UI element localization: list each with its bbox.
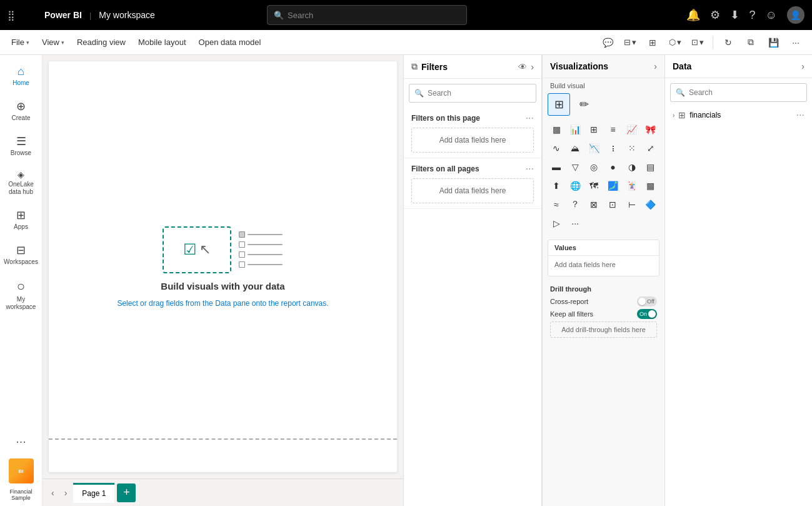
reading-view-menu[interactable]: Reading view xyxy=(72,35,131,49)
grid-icon[interactable]: ⣿ xyxy=(8,9,15,21)
viz-ribbon-btn[interactable]: 🎀 xyxy=(642,121,659,138)
viz-column-chart-btn[interactable]: 📊 xyxy=(566,121,584,138)
viz-line-chart-btn[interactable]: 📈 xyxy=(623,121,641,138)
keep-filters-toggle-on[interactable]: On xyxy=(637,309,657,319)
save-icon[interactable]: 💾 xyxy=(763,33,783,53)
page-tab-1[interactable]: Page 1 xyxy=(73,483,114,503)
viz-gauge-btn[interactable]: ◑ xyxy=(623,158,641,176)
filters-search-box[interactable]: 🔍 xyxy=(409,84,536,103)
table-icon[interactable]: ⊞ xyxy=(643,33,663,53)
sidebar-item-label: Workspaces xyxy=(4,258,38,266)
viz-treemap-btn[interactable]: ⊡ xyxy=(604,196,621,213)
data-table-more-icon[interactable]: ··· xyxy=(796,109,804,121)
text-box-btn[interactable]: ⊟▾ xyxy=(620,33,640,53)
canvas-content[interactable]: ☑ ↖ Build visuals with your data Select … xyxy=(49,61,397,472)
viz-pie-btn[interactable]: ● xyxy=(604,158,621,176)
viz-mountain-btn[interactable]: ⛰ xyxy=(566,139,584,157)
filters-visibility-icon[interactable]: 👁 xyxy=(518,62,527,72)
more-icon[interactable]: ··· xyxy=(786,33,806,53)
feedback-icon[interactable]: ☺ xyxy=(766,9,777,22)
viz-combo-btn[interactable]: ⤢ xyxy=(642,139,659,157)
viz-more-btn[interactable]: ··· xyxy=(566,215,584,232)
viz-card-btn[interactable]: 🃏 xyxy=(623,177,641,195)
viz-slicer-btn[interactable]: ≈ xyxy=(548,196,565,213)
sidebar-item-browse[interactable]: ☰ Browse xyxy=(3,129,40,162)
data-search-box[interactable]: 🔍 xyxy=(670,83,807,102)
global-search-input[interactable] xyxy=(288,11,460,20)
viz-funnel-btn[interactable]: ▽ xyxy=(566,158,584,176)
viz-type-format-btn[interactable]: ✏ xyxy=(573,93,595,116)
help-icon[interactable]: ? xyxy=(749,9,756,22)
data-table-row[interactable]: › ⊞ financials ··· xyxy=(665,107,812,123)
viz-smartnarrative-btn[interactable]: ⊠ xyxy=(585,196,603,213)
viz-line-area-btn[interactable]: 📉 xyxy=(585,139,603,157)
viz-table-btn[interactable]: ⊞ xyxy=(585,121,603,138)
viz-area-chart-btn[interactable]: ∿ xyxy=(548,139,565,157)
sidebar-item-create[interactable]: ⊕ Create xyxy=(3,94,40,127)
settings-icon[interactable]: ⚙ xyxy=(710,8,720,22)
sidebar-item-apps[interactable]: ⊞ Apps xyxy=(3,203,40,236)
sidebar-item-onelake[interactable]: ◈ OneLake data hub xyxy=(3,164,40,201)
data-panel-expand-icon[interactable]: › xyxy=(801,61,804,71)
viz-matrix-btn[interactable]: ▤ xyxy=(642,158,659,176)
page-bar: ‹ › Page 1 + xyxy=(43,478,403,506)
filters-on-this-page-drop[interactable]: Add data fields here xyxy=(411,128,534,153)
sidebar-item-home[interactable]: ⌂ Home xyxy=(3,60,40,92)
cross-report-toggle[interactable]: Off xyxy=(637,296,657,306)
open-data-model-menu[interactable]: Open data model xyxy=(194,35,266,49)
file-menu[interactable]: File ▾ xyxy=(6,35,34,49)
sidebar-item-myworkspace[interactable]: ○ My workspace xyxy=(3,273,40,316)
account-avatar[interactable]: 👤 xyxy=(787,6,804,24)
filters-search-input[interactable] xyxy=(428,89,531,98)
canvas-placeholder: ☑ ↖ Build visuals with your data Select … xyxy=(117,226,328,308)
viz-waterfall-btn[interactable]: ⫶ xyxy=(604,139,621,157)
viz-donut-btn[interactable]: ◎ xyxy=(585,158,603,176)
filters-section-more-icon[interactable]: ··· xyxy=(526,113,534,124)
viz-stacked-bar-btn[interactable]: ≡ xyxy=(604,121,621,138)
filters-on-all-pages-drop[interactable]: Add data fields here xyxy=(411,178,534,203)
refresh-icon[interactable]: ↻ xyxy=(718,33,738,53)
download-icon[interactable]: ⬇ xyxy=(730,8,739,22)
viz-kpi-btn[interactable]: ⬆ xyxy=(548,177,565,195)
filters-expand-icon[interactable]: › xyxy=(531,62,534,72)
viz-drill-drop-zone[interactable]: Add drill-through fields here xyxy=(550,321,657,338)
sidebar-item-workspaces[interactable]: ⊟ Workspaces xyxy=(3,238,40,271)
viz-multicard-btn[interactable]: ▦ xyxy=(642,177,659,195)
view-menu[interactable]: View ▾ xyxy=(37,35,69,49)
notifications-icon[interactable]: 🔔 xyxy=(686,8,700,22)
viz-qna-btn[interactable]: ？ xyxy=(566,196,584,213)
data-panel: Data › 🔍 › ⊞ financials ··· xyxy=(664,55,812,506)
viz-pbi-btn[interactable]: 🔷 xyxy=(642,196,659,213)
financial-sample-icon[interactable]: BI xyxy=(9,458,34,483)
viz-values-drop-zone[interactable]: Add data fields here xyxy=(548,256,659,276)
mobile-layout-menu[interactable]: Mobile layout xyxy=(133,35,191,49)
viz-decomptree-btn[interactable]: ⊢ xyxy=(623,196,641,213)
viz-type-table-btn[interactable]: ⊞ xyxy=(548,93,570,116)
visualizations-expand-icon[interactable]: › xyxy=(654,61,657,71)
shape-btn[interactable]: ⬡▾ xyxy=(665,33,685,53)
sidebar-bottom: ··· BI Financial Sample xyxy=(9,429,34,501)
viz-scatter-btn[interactable]: ⁙ xyxy=(623,139,641,157)
viz-map-btn[interactable]: 🌐 xyxy=(566,177,584,195)
viz-drill-section: Drill through Cross-report Off Keep all … xyxy=(543,281,664,342)
viz-filled-map-btn[interactable]: 🗺 xyxy=(585,177,603,195)
cross-report-toggle-off[interactable]: Off xyxy=(637,296,657,306)
filters-section-more-icon[interactable]: ··· xyxy=(526,163,534,175)
global-search-box[interactable]: 🔍 xyxy=(267,5,467,25)
copy-icon[interactable]: ⧉ xyxy=(741,33,761,53)
viz-hbar-btn[interactable]: ▬ xyxy=(548,158,565,176)
viz-azure-map-btn[interactable]: 🗾 xyxy=(604,177,621,195)
viz-bar-chart-btn[interactable]: ▦ xyxy=(548,121,565,138)
comment-icon[interactable]: 💬 xyxy=(598,33,618,53)
button-btn[interactable]: ⊡▾ xyxy=(688,33,708,53)
page-prev-button[interactable]: ‹ xyxy=(48,485,58,500)
data-search-input[interactable] xyxy=(689,88,801,97)
page-next-button[interactable]: › xyxy=(61,485,71,500)
microsoft-logo xyxy=(23,9,34,21)
sidebar-item-label: Browse xyxy=(11,149,31,157)
viz-paginated-btn[interactable]: ▷ xyxy=(548,215,565,232)
canvas-area[interactable]: ☑ ↖ Build visuals with your data Select … xyxy=(43,55,403,478)
cross-report-label: Cross-report xyxy=(550,298,588,305)
more-items-button[interactable]: ··· xyxy=(11,429,31,453)
add-page-button[interactable]: + xyxy=(117,483,136,502)
